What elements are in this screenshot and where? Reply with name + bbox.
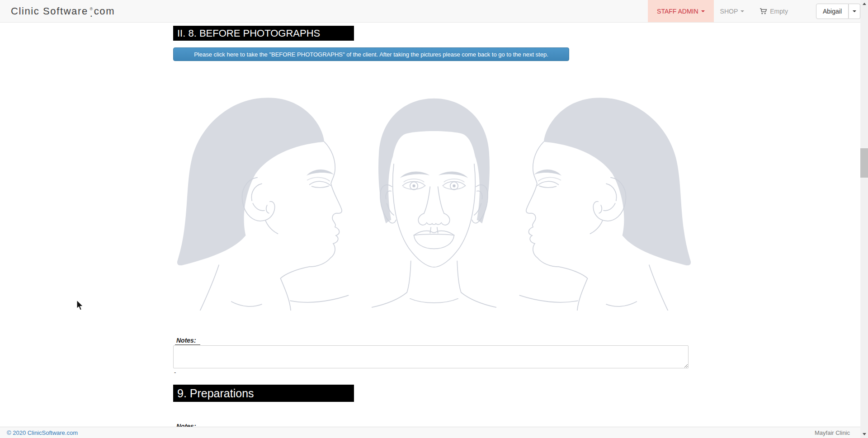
navbar-right: STAFF ADMIN SHOP Empty Abigail [648, 0, 860, 22]
user-split-button: Abigail [816, 0, 860, 22]
caret-down-icon [741, 10, 744, 12]
staff-admin-label: STAFF ADMIN [657, 8, 698, 15]
mouse-cursor-icon [76, 300, 85, 311]
caret-down-icon [701, 10, 705, 12]
caret-down-icon [853, 10, 856, 12]
scrollbar-up-button[interactable] [860, 0, 868, 8]
footer-copyright-link[interactable]: © 2020 ClinicSoftware.com [7, 429, 78, 436]
cart-button[interactable]: Empty [760, 0, 788, 22]
top-navbar: Clinic Software®.com STAFF ADMIN SHOP Em… [0, 0, 868, 23]
section-header-preparations: 9. Preparations [173, 385, 354, 402]
brand-logo[interactable]: Clinic Software®.com [11, 0, 115, 22]
cart-icon [760, 8, 767, 15]
notes-label: Notes: [175, 337, 200, 345]
face-sketch-left-profile [173, 92, 349, 311]
user-caret-button[interactable] [849, 4, 860, 19]
before-photos-instruction-button[interactable]: Please click here to take the "BEFORE PH… [173, 47, 569, 61]
face-sketch-right-profile [519, 92, 695, 311]
brand-tld: com [94, 5, 115, 17]
footer-clinic-name: Mayfair Clinic [815, 429, 850, 436]
triangle-down-icon [863, 433, 866, 435]
face-sketch-front [368, 92, 500, 311]
footer: © 2020 ClinicSoftware.com Mayfair Clinic [0, 427, 860, 438]
scrollbar-thumb[interactable] [860, 148, 868, 178]
registered-mark: ®. [89, 7, 94, 15]
user-name: Abigail [823, 8, 842, 15]
collapsed-dash: - [174, 369, 176, 376]
cart-status: Empty [770, 8, 788, 15]
scrollbar-down-button[interactable] [860, 430, 868, 438]
face-sketches [170, 92, 698, 311]
brand-name: Clinic Software [11, 5, 88, 17]
triangle-up-icon [863, 3, 866, 5]
staff-admin-menu[interactable]: STAFF ADMIN [648, 0, 714, 22]
scrollbar[interactable] [860, 0, 868, 438]
shop-menu[interactable]: SHOP [720, 0, 745, 22]
notes-textarea[interactable] [173, 345, 689, 368]
user-button[interactable]: Abigail [816, 4, 849, 19]
section-header-before-photographs: II. 8. BEFORE PHOTOGRAPHS [173, 26, 354, 41]
shop-label: SHOP [720, 8, 738, 15]
